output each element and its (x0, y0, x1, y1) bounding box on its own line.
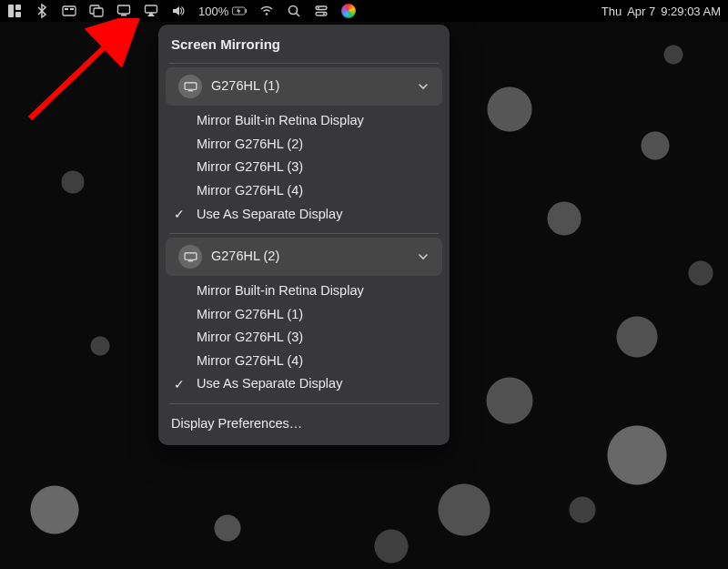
option-label: Use As Separate Display (197, 206, 437, 224)
device-header[interactable]: G276HL (1) (166, 67, 442, 106)
screen-mirroring-icon[interactable] (116, 4, 131, 18)
option-label: Mirror G276HL (1) (197, 306, 437, 324)
option-label: Mirror G276HL (3) (197, 158, 437, 177)
device-options: ✓Mirror Built-in Retina Display ✓Mirror … (158, 276, 450, 401)
svg-rect-4 (63, 6, 76, 15)
svg-rect-10 (121, 15, 126, 16)
display-icon (178, 245, 202, 269)
spotlight-icon[interactable] (287, 4, 301, 18)
device-name: G276HL (2) (211, 248, 408, 266)
mirror-option[interactable]: ✓Mirror G276HL (1) (158, 303, 450, 327)
mirror-option[interactable]: ✓Mirror G276HL (2) (158, 133, 450, 157)
checkmark-icon: ✓ (171, 376, 187, 393)
divider (169, 403, 439, 404)
option-label: Mirror Built-in Retina Display (197, 112, 437, 130)
app-icon[interactable] (7, 4, 22, 18)
svg-rect-13 (246, 9, 247, 13)
svg-line-16 (297, 14, 300, 17)
airplay-icon[interactable] (144, 4, 158, 18)
divider (169, 63, 439, 64)
device-header[interactable]: G276HL (2) (166, 238, 442, 276)
option-label: Mirror G276HL (3) (197, 329, 437, 347)
svg-point-15 (289, 6, 298, 15)
svg-rect-11 (146, 5, 157, 13)
control-center-icon[interactable] (314, 4, 329, 18)
svg-point-20 (323, 13, 325, 15)
menubar-clock[interactable]: Thu Apr 7 9:29:03 AM (602, 5, 721, 18)
svg-point-19 (318, 7, 319, 9)
mirror-option[interactable]: ✓Mirror G276HL (3) (158, 326, 450, 350)
svg-rect-24 (187, 260, 193, 261)
separate-display-option[interactable]: ✓Use As Separate Display (158, 203, 450, 227)
display-preferences-link[interactable]: Display Preferences… (158, 406, 450, 442)
checkmark-icon: ✓ (171, 206, 187, 223)
svg-rect-23 (185, 252, 197, 259)
clock-day: Thu (602, 5, 622, 18)
svg-rect-1 (8, 5, 14, 17)
clock-date: Apr 7 (627, 5, 655, 18)
svg-rect-9 (118, 5, 130, 14)
mirror-option[interactable]: ✓Mirror G276HL (4) (158, 179, 450, 203)
mirror-option[interactable]: ✓Mirror Built-in Retina Display (158, 279, 450, 303)
option-label: Use As Separate Display (197, 375, 437, 393)
menu-bar: 100% Thu Apr 7 9:29:03 AM (0, 0, 728, 22)
svg-rect-5 (65, 8, 68, 10)
svg-rect-21 (185, 83, 197, 89)
keyboard-icon[interactable] (62, 4, 76, 18)
siri-icon[interactable] (341, 4, 356, 18)
chevron-down-icon (417, 80, 430, 93)
svg-rect-6 (70, 8, 74, 10)
svg-rect-3 (15, 12, 21, 17)
option-label: Mirror G276HL (2) (197, 136, 437, 154)
svg-rect-2 (15, 5, 21, 10)
battery-percent: 100% (198, 5, 228, 18)
wifi-icon[interactable] (259, 4, 274, 18)
display-icon (178, 75, 202, 98)
mirror-option[interactable]: ✓Mirror Built-in Retina Display (158, 109, 450, 133)
volume-icon[interactable] (171, 4, 186, 18)
chevron-down-icon (417, 250, 430, 263)
svg-rect-17 (316, 6, 327, 10)
divider (169, 233, 439, 234)
svg-rect-22 (187, 90, 193, 91)
svg-rect-8 (94, 8, 103, 16)
device-options: ✓Mirror Built-in Retina Display ✓Mirror … (158, 106, 450, 231)
option-label: Mirror Built-in Retina Display (197, 282, 437, 300)
option-label: Mirror G276HL (4) (197, 182, 437, 200)
screen-mirroring-panel: Screen Mirroring G276HL (1) ✓Mirror Buil… (158, 25, 450, 445)
option-label: Mirror G276HL (4) (197, 352, 437, 371)
device-name: G276HL (1) (211, 77, 408, 96)
svg-point-14 (266, 13, 268, 15)
separate-display-option[interactable]: ✓Use As Separate Display (158, 372, 450, 396)
mirror-option[interactable]: ✓Mirror G276HL (3) (158, 156, 450, 179)
mission-control-icon[interactable] (89, 4, 104, 18)
bluetooth-icon[interactable] (35, 4, 49, 18)
svg-rect-18 (316, 13, 327, 16)
mirror-option[interactable]: ✓Mirror G276HL (4) (158, 350, 450, 373)
panel-title: Screen Mirroring (158, 32, 450, 61)
battery-icon[interactable] (232, 4, 247, 18)
clock-time: 9:29:03 AM (661, 5, 721, 18)
